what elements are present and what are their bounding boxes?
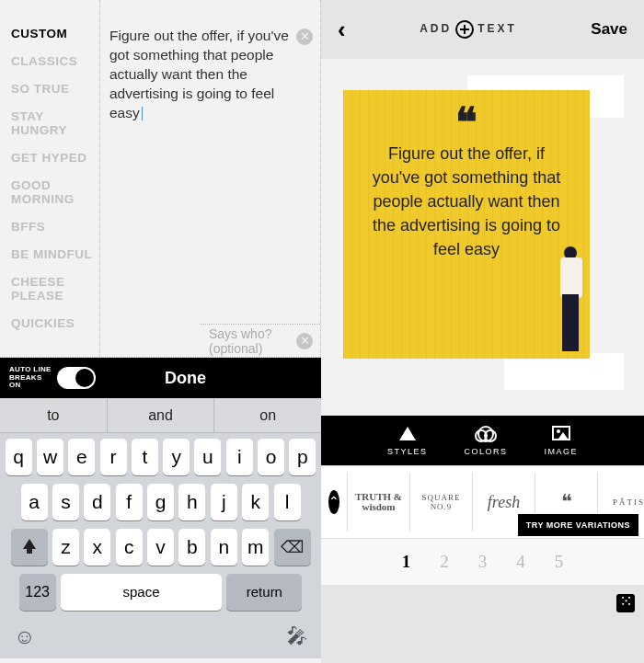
text-editor-panel: CUSTOM CLASSICS SO TRUE STAY HUNGRY GET … bbox=[0, 0, 321, 663]
space-key[interactable]: space bbox=[61, 574, 222, 611]
key-x[interactable]: x bbox=[84, 529, 110, 566]
key-a[interactable]: a bbox=[21, 484, 48, 520]
editor-top: CUSTOM CLASSICS SO TRUE STAY HUNGRY GET … bbox=[0, 0, 321, 358]
category-list: CUSTOM CLASSICS SO TRUE STAY HUNGRY GET … bbox=[0, 0, 99, 357]
quote-text-content[interactable]: Figure out the offer, if you've got some… bbox=[100, 0, 320, 123]
key-y[interactable]: y bbox=[163, 439, 190, 475]
tabs-bar: STYLES COLORS IMAGE bbox=[321, 416, 644, 465]
shuffle-dice-button[interactable] bbox=[616, 594, 635, 612]
add-text-button[interactable]: ADDTEXT bbox=[346, 20, 592, 39]
quote-text-area[interactable]: Figure out the offer, if you've got some… bbox=[99, 0, 321, 357]
key-s[interactable]: s bbox=[52, 484, 79, 520]
key-i[interactable]: i bbox=[226, 439, 253, 475]
key-z[interactable]: z bbox=[52, 529, 79, 566]
key-q[interactable]: q bbox=[6, 439, 32, 475]
delete-icon: ⌫ bbox=[281, 538, 304, 556]
suggestion-1[interactable]: to bbox=[0, 398, 107, 432]
suggestion-3[interactable]: on bbox=[214, 398, 321, 432]
category-so-true[interactable]: SO TRUE bbox=[11, 82, 99, 96]
attribution-placeholder: Says who? (optional) bbox=[209, 326, 293, 356]
category-cheese-please[interactable]: CHEESE PLEASE bbox=[11, 275, 99, 303]
key-t[interactable]: t bbox=[132, 439, 158, 475]
key-row-2: a s d f g h j k l bbox=[3, 484, 318, 520]
tab-styles[interactable]: STYLES bbox=[387, 426, 428, 456]
category-good-morning[interactable]: GOOD MORNING bbox=[11, 178, 99, 206]
mic-icon[interactable]: 🎤︎ bbox=[286, 624, 307, 656]
styles-row: ⌃ TRUTH & wisdom SQUARE NO.9 fresh ❝ PÂT… bbox=[321, 465, 644, 539]
category-stay-hungry[interactable]: STAY HUNGRY bbox=[11, 109, 99, 137]
colors-icon bbox=[477, 426, 494, 442]
tab-colors[interactable]: COLORS bbox=[464, 426, 507, 456]
key-j[interactable]: j bbox=[211, 484, 237, 520]
key-f[interactable]: f bbox=[116, 484, 143, 520]
key-e[interactable]: e bbox=[68, 439, 95, 475]
key-row-1: q w e r t y u i o p bbox=[3, 439, 318, 475]
keyboard-bottom-row: ☺ 🎤︎ bbox=[3, 619, 318, 656]
key-u[interactable]: u bbox=[194, 439, 221, 475]
person-illustration bbox=[549, 239, 595, 359]
key-c[interactable]: c bbox=[116, 529, 143, 566]
image-icon bbox=[552, 426, 570, 440]
key-h[interactable]: h bbox=[178, 484, 205, 520]
key-n[interactable]: n bbox=[211, 529, 237, 566]
category-quickies[interactable]: QUICKIES bbox=[11, 316, 99, 330]
style-item-2[interactable]: SQUARE NO.9 bbox=[409, 473, 472, 532]
numbers-key[interactable]: 123 bbox=[19, 574, 56, 611]
key-o[interactable]: o bbox=[258, 439, 284, 475]
category-bffs[interactable]: BFFS bbox=[11, 220, 99, 234]
key-p[interactable]: p bbox=[289, 439, 316, 475]
page-4[interactable]: 4 bbox=[516, 552, 525, 572]
delete-key[interactable]: ⌫ bbox=[274, 529, 311, 566]
styles-icon bbox=[399, 427, 416, 440]
text-cursor bbox=[142, 107, 144, 120]
page-3[interactable]: 3 bbox=[478, 552, 488, 572]
return-key[interactable]: return bbox=[226, 574, 302, 611]
key-row-4: 123 space return bbox=[3, 574, 318, 611]
page-2[interactable]: 2 bbox=[440, 552, 449, 572]
auto-line-breaks-toggle[interactable] bbox=[57, 367, 96, 389]
preview-header: ‹ ADDTEXT Save bbox=[321, 0, 644, 59]
canvas-area: ❝ Figure out the offer, if you've got so… bbox=[321, 59, 644, 416]
clear-attribution-button[interactable]: ✕ bbox=[296, 333, 313, 349]
keyboard: q w e r t y u i o p a s d f g h j k l z … bbox=[0, 433, 321, 658]
shift-key[interactable] bbox=[11, 529, 48, 566]
try-more-variations-button[interactable]: TRY MORE VARIATIONS bbox=[518, 514, 638, 536]
auto-line-breaks-label: AUTO LINE BREAKS ON bbox=[0, 366, 53, 390]
key-g[interactable]: g bbox=[147, 484, 174, 520]
tab-image[interactable]: IMAGE bbox=[545, 426, 579, 456]
style-item-1[interactable]: TRUTH & wisdom bbox=[347, 473, 409, 532]
shift-icon bbox=[23, 539, 36, 549]
suggestion-2[interactable]: and bbox=[107, 398, 215, 432]
key-v[interactable]: v bbox=[147, 529, 174, 566]
decoration-block-2 bbox=[504, 353, 624, 390]
page-1[interactable]: 1 bbox=[402, 552, 411, 572]
preview-panel: ‹ ADDTEXT Save ❝ Figure out the offer, i… bbox=[321, 0, 644, 663]
key-w[interactable]: w bbox=[37, 439, 63, 475]
quote-card[interactable]: ❝ Figure out the offer, if you've got so… bbox=[343, 90, 590, 359]
expand-styles-button[interactable]: ⌃ bbox=[328, 490, 339, 514]
key-b[interactable]: b bbox=[178, 529, 205, 566]
editor-toolbar: AUTO LINE BREAKS ON Done bbox=[0, 358, 321, 398]
done-button[interactable]: Done bbox=[96, 369, 321, 388]
key-m[interactable]: m bbox=[242, 529, 269, 566]
pagination: 1 2 3 4 5 bbox=[321, 539, 644, 585]
key-l[interactable]: l bbox=[274, 484, 301, 520]
page-5[interactable]: 5 bbox=[555, 552, 564, 572]
quote-display-text: Figure out the offer, if you've got some… bbox=[369, 142, 564, 261]
category-be-mindful[interactable]: BE MINDFUL bbox=[11, 247, 99, 261]
key-d[interactable]: d bbox=[84, 484, 110, 520]
category-classics[interactable]: CLASSICS bbox=[11, 54, 99, 68]
keyboard-suggestions: to and on bbox=[0, 398, 321, 433]
category-custom[interactable]: CUSTOM bbox=[11, 27, 99, 40]
plus-icon bbox=[455, 20, 474, 39]
emoji-icon[interactable]: ☺ bbox=[14, 624, 35, 656]
category-get-hyped[interactable]: GET HYPED bbox=[11, 151, 99, 165]
save-button[interactable]: Save bbox=[591, 20, 627, 39]
key-r[interactable]: r bbox=[100, 439, 127, 475]
key-k[interactable]: k bbox=[242, 484, 269, 520]
key-row-3: z x c v b n m ⌫ bbox=[3, 529, 318, 566]
quote-mark-icon: ❝ bbox=[369, 112, 564, 142]
clear-text-button[interactable]: ✕ bbox=[296, 29, 313, 45]
back-button[interactable]: ‹ bbox=[338, 16, 346, 44]
attribution-input[interactable]: Says who? (optional) ✕ bbox=[200, 324, 320, 357]
